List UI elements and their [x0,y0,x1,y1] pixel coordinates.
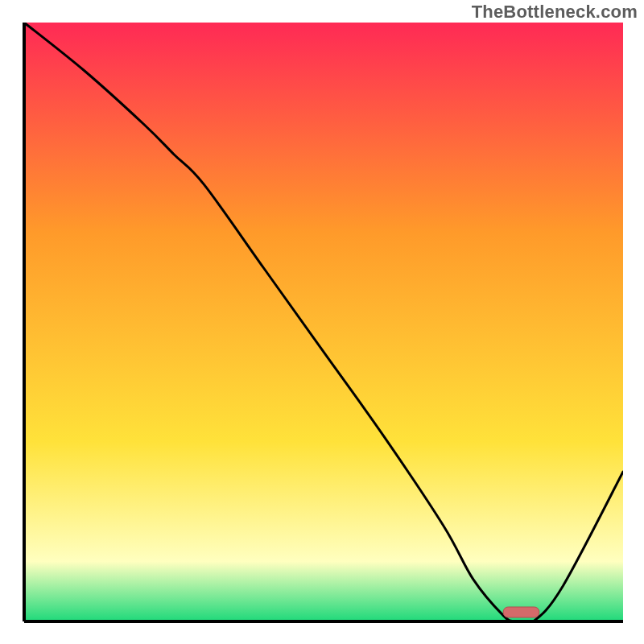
chart-svg [0,0,644,644]
optimal-marker [503,607,539,617]
plot-area [24,23,623,625]
watermark: TheBottleneck.com [472,2,638,23]
gradient-background [24,23,623,621]
chart-stage: TheBottleneck.com [0,0,644,644]
